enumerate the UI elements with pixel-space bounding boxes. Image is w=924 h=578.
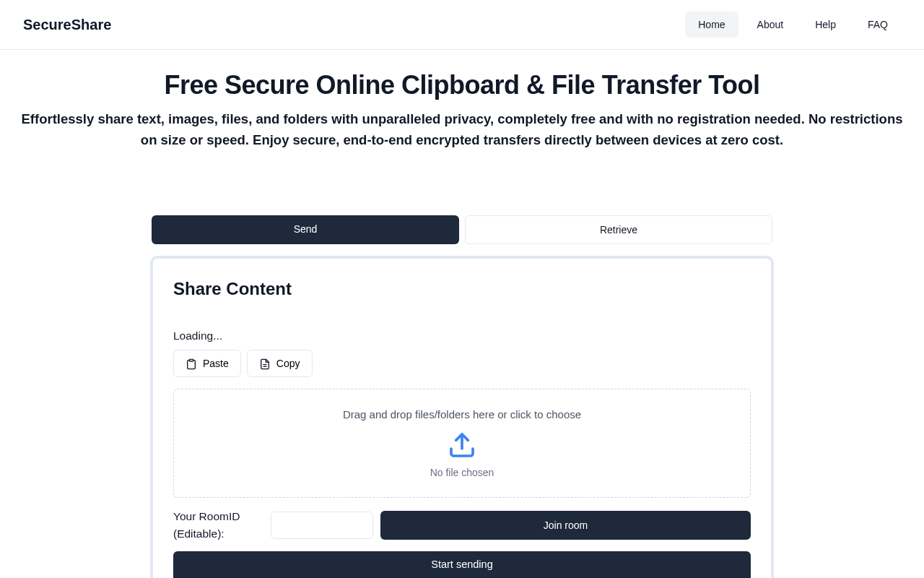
tab-retrieve[interactable]: Retrieve bbox=[465, 215, 772, 244]
status-text: Loading... bbox=[173, 329, 751, 342]
document-icon bbox=[259, 357, 271, 369]
copy-button[interactable]: Copy bbox=[247, 350, 313, 376]
file-dropzone[interactable]: Drag and drop files/folders here or clic… bbox=[173, 389, 751, 498]
page-subtitle: Effortlessly share text, images, files, … bbox=[12, 109, 912, 150]
join-room-button[interactable]: Join room bbox=[380, 511, 751, 540]
nav-about[interactable]: About bbox=[744, 12, 797, 38]
nav-home[interactable]: Home bbox=[685, 12, 738, 38]
brand-title[interactable]: SecureShare bbox=[23, 17, 111, 33]
room-id-input[interactable] bbox=[271, 512, 373, 539]
room-id-label: Your RoomID (Editable): bbox=[173, 508, 263, 543]
page-title: Free Secure Online Clipboard & File Tran… bbox=[12, 70, 912, 100]
card-container: Share Content Loading... Paste Copy bbox=[0, 256, 924, 578]
nav-help[interactable]: Help bbox=[802, 12, 849, 38]
card-outer: Share Content Loading... Paste Copy bbox=[150, 256, 774, 578]
share-card: Share Content Loading... Paste Copy bbox=[156, 262, 768, 578]
hero: Free Secure Online Clipboard & File Tran… bbox=[0, 50, 924, 150]
main-nav: Home About Help FAQ bbox=[685, 12, 901, 38]
start-sending-button[interactable]: Start sending bbox=[173, 551, 751, 578]
upload-icon bbox=[186, 431, 738, 460]
room-row: Your RoomID (Editable): Join room bbox=[173, 508, 751, 543]
clipboard-buttons: Paste Copy bbox=[173, 350, 751, 376]
tab-send[interactable]: Send bbox=[152, 215, 459, 244]
svg-rect-0 bbox=[189, 359, 193, 361]
paste-label: Paste bbox=[203, 358, 229, 369]
header: SecureShare Home About Help FAQ bbox=[0, 0, 924, 50]
clipboard-icon bbox=[186, 357, 197, 369]
dropzone-text: Drag and drop files/folders here or clic… bbox=[186, 408, 738, 420]
copy-label: Copy bbox=[276, 358, 300, 369]
no-file-text: No file chosen bbox=[186, 467, 738, 478]
mode-tabs: Send Retrieve bbox=[0, 215, 924, 244]
paste-button[interactable]: Paste bbox=[173, 350, 241, 376]
nav-faq[interactable]: FAQ bbox=[855, 12, 901, 38]
card-title: Share Content bbox=[173, 279, 751, 299]
